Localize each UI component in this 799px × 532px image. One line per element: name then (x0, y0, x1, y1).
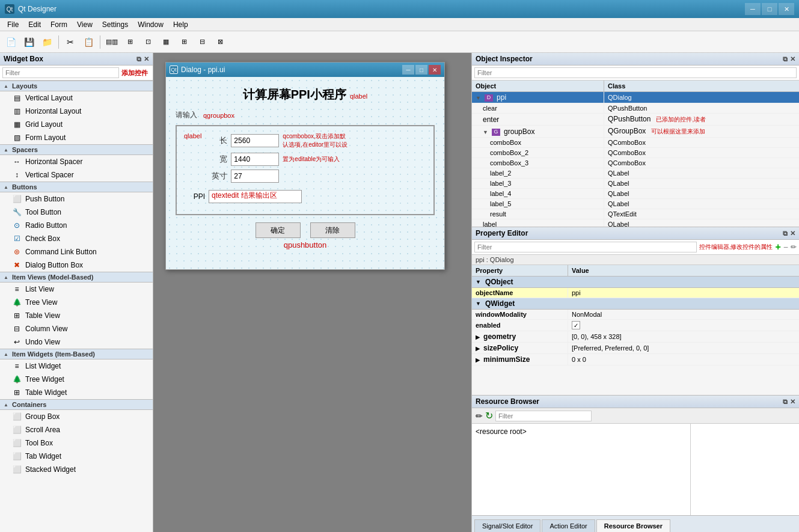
widget-box-close-btn[interactable]: ✕ (144, 55, 149, 63)
toolbar-layout4[interactable]: ▦ (158, 34, 174, 50)
toolbar-new[interactable]: 📄 (2, 34, 19, 50)
widget-scroll-area[interactable]: ⬜ Scroll Area (0, 423, 153, 436)
oi-row-result[interactable]: result QTextEdit (472, 209, 799, 219)
pe-row-enabled[interactable]: enabled ✓ (472, 320, 799, 331)
tab-action-editor[interactable]: Action Editor (542, 519, 595, 532)
widget-table-widget[interactable]: ⊞ Table Widget (0, 386, 153, 399)
rb-float-btn[interactable]: ⧉ (783, 398, 788, 406)
pe-row-objectname[interactable]: objectName ppi (472, 288, 799, 298)
menu-form[interactable]: Form (46, 19, 72, 30)
minimize-button[interactable]: ─ (745, 3, 761, 15)
menu-help[interactable]: Help (168, 19, 193, 30)
toolbar-copy[interactable]: 📋 (80, 34, 97, 50)
section-spacers[interactable]: Spacers (0, 144, 153, 155)
oi-row-combobox2[interactable]: comboBox_2 QComboBox (472, 148, 799, 158)
toolbar-layout3[interactable]: ⊡ (139, 34, 156, 50)
toolbar-cut[interactable]: ✂ (62, 34, 79, 50)
widget-vertical-layout[interactable]: ▤ Vertical Layout (0, 91, 153, 105)
dialog-title-bar[interactable]: Qt Dialog - ppi.ui ─ □ ✕ (166, 63, 444, 77)
section-item-widgets[interactable]: Item Widgets (Item-Based) (0, 349, 153, 359)
section-layouts[interactable]: Layouts (0, 81, 153, 91)
tab-resource-browser[interactable]: Resource Browser (596, 519, 670, 532)
pe-filter-input[interactable] (474, 242, 697, 252)
widget-dialog-button-box[interactable]: ✖ Dialog Button Box (0, 258, 153, 272)
oi-row-label5[interactable]: label_5 QLabel (472, 199, 799, 209)
widget-list-view[interactable]: ≡ List View (0, 283, 153, 296)
widget-radio-button[interactable]: ⊙ Radio Button (0, 219, 153, 232)
oi-row-groupbox[interactable]: ▼ G groupBox QGroupBox 可以根据这里来添加 (472, 126, 799, 138)
oi-row-ppi[interactable]: ▼ D ppi QDialog (472, 92, 799, 103)
menu-window[interactable]: Window (133, 19, 168, 30)
pe-row-sizepolicy[interactable]: ▶ sizePolicy [Preferred, Preferred, 0, 0… (472, 343, 799, 354)
dialog-close-btn[interactable]: ✕ (429, 65, 441, 75)
dialog-minimize-btn[interactable]: ─ (402, 65, 414, 75)
widget-push-button[interactable]: ⬜ Push Button (0, 192, 153, 206)
oi-row-label4[interactable]: label_4 QLabel (472, 189, 799, 199)
pe-add-button[interactable]: + (775, 242, 780, 252)
toolbar-layout6[interactable]: ⊟ (194, 34, 210, 50)
dialog-restore-btn[interactable]: □ (415, 65, 427, 75)
toolbar-layout7[interactable]: ⊠ (212, 34, 228, 50)
widget-command-link-button[interactable]: ⊛ Command Link Button (0, 245, 153, 258)
widget-box-filter-input[interactable] (2, 67, 119, 78)
section-item-views[interactable]: Item Views (Model-Based) (0, 272, 153, 283)
pe-section-qobject[interactable]: ▼ QObject (472, 277, 799, 288)
toolbar-save[interactable]: 💾 (20, 34, 37, 50)
widget-box-float-btn[interactable]: ⧉ (136, 55, 141, 63)
oi-row-label2[interactable]: label_2 QLabel (472, 168, 799, 179)
widget-tab-widget[interactable]: ⬜ Tab Widget (0, 450, 153, 463)
close-button[interactable]: ✕ (779, 3, 794, 15)
pe-row-windowmodality[interactable]: windowModality NonModal (472, 310, 799, 320)
tab-signal-slot[interactable]: Signal/Slot Editor (474, 519, 540, 532)
confirm-button[interactable]: 确定 (256, 222, 301, 238)
widget-v-spacer[interactable]: ↕ Vertical Spacer (0, 168, 153, 182)
pe-edit-button[interactable]: ✏ (791, 243, 797, 251)
rb-refresh-icon[interactable]: ↻ (485, 410, 493, 421)
toolbar-open[interactable]: 📁 (38, 34, 55, 50)
widget-tool-box[interactable]: ⬜ Tool Box (0, 436, 153, 450)
length-input[interactable] (231, 134, 279, 147)
oi-filter-input[interactable] (474, 67, 797, 78)
width-input[interactable] (231, 153, 279, 166)
widget-tree-widget[interactable]: 🌲 Tree Widget (0, 373, 153, 386)
canvas-background[interactable]: Qt Dialog - ppi.ui ─ □ ✕ 计算屏幕PPI小程序 qlab… (153, 53, 471, 532)
widget-form-layout[interactable]: ▧ Form Layout (0, 131, 153, 144)
widget-undo-view[interactable]: ↩ Undo View (0, 335, 153, 349)
oi-close-btn[interactable]: ✕ (790, 55, 795, 63)
widget-grid-layout[interactable]: ▦ Grid Layout (0, 118, 153, 131)
oi-float-btn[interactable]: ⧉ (783, 55, 788, 63)
rb-close-btn[interactable]: ✕ (790, 398, 795, 406)
pe-float-btn[interactable]: ⧉ (783, 230, 788, 237)
oi-row-combobox[interactable]: comboBox QComboBox (472, 138, 799, 148)
rb-filter-input[interactable] (495, 411, 592, 421)
pe-close-btn[interactable]: ✕ (790, 230, 795, 237)
widget-horizontal-layout[interactable]: ▥ Horizontal Layout (0, 105, 153, 118)
widget-tool-button[interactable]: 🔧 Tool Button (0, 206, 153, 219)
menu-file[interactable]: File (2, 19, 23, 30)
oi-row-clear[interactable]: clear QPushButton (472, 103, 799, 114)
oi-row-label3[interactable]: label_3 QLabel (472, 179, 799, 189)
pe-row-minimumsize[interactable]: ▶ minimumSize 0 x 0 (472, 354, 799, 365)
pe-section-qwidget[interactable]: ▼ QWidget (472, 298, 799, 310)
oi-row-label[interactable]: label QLabel (472, 219, 799, 227)
oi-row-enter[interactable]: enter QPushButton 已添加的控件,读者 (472, 114, 799, 126)
clear-button[interactable]: 清除 (310, 222, 355, 238)
section-buttons[interactable]: Buttons (0, 182, 153, 192)
toolbar-layout1[interactable]: ▤▥ (103, 34, 120, 50)
widget-group-box[interactable]: ⬜ Group Box (0, 410, 153, 423)
add-widget-button[interactable]: 添加控件 (119, 69, 150, 78)
section-containers[interactable]: Containers (0, 399, 153, 410)
maximize-button[interactable]: □ (762, 3, 777, 15)
toolbar-layout2[interactable]: ⊞ (121, 34, 138, 50)
widget-check-box[interactable]: ☑ Check Box (0, 232, 153, 245)
ppi-output[interactable]: qtextedit 结果输出区 (209, 190, 302, 203)
menu-settings[interactable]: Settings (97, 19, 133, 30)
widget-column-view[interactable]: ⊟ Column View (0, 322, 153, 335)
inch-input[interactable] (231, 170, 279, 183)
menu-edit[interactable]: Edit (23, 19, 46, 30)
menu-view[interactable]: View (72, 19, 97, 30)
enabled-checkbox[interactable]: ✓ (572, 321, 580, 329)
pe-row-geometry[interactable]: ▶ geometry [0, 0), 458 x 328] (472, 331, 799, 343)
toolbar-layout5[interactable]: ⊞ (176, 34, 192, 50)
widget-tree-view[interactable]: 🌲 Tree View (0, 296, 153, 309)
